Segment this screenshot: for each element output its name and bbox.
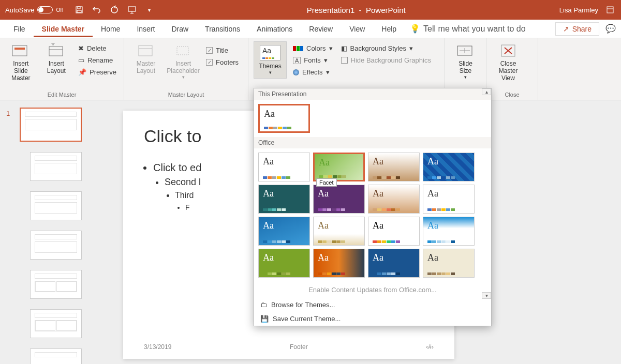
title-checkbox[interactable]: Title xyxy=(204,46,241,55)
user-name[interactable]: Lisa Parmley xyxy=(559,6,598,14)
folder-icon: 🗀 xyxy=(260,301,267,309)
toggle-off-icon[interactable] xyxy=(37,6,53,13)
master-thumb[interactable] xyxy=(20,108,82,142)
layout-thumb[interactable] xyxy=(30,152,82,181)
section-office: Office xyxy=(254,137,491,148)
tab-draw[interactable]: Draw xyxy=(163,21,197,37)
save-current-theme[interactable]: 💾Save Current Theme... xyxy=(254,312,491,326)
slide-size-button[interactable]: Slide Size ▾ xyxy=(450,41,481,82)
placeholder-icon xyxy=(174,43,193,58)
qat-customize-icon[interactable]: ▾ xyxy=(145,5,154,14)
autosave-label: AutoSave xyxy=(5,6,34,14)
date-placeholder[interactable]: 3/13/2019 xyxy=(144,343,171,351)
themes-gallery-dropdown: ▴ This Presentation Aa Office Facet AaAa… xyxy=(254,88,492,326)
present-icon[interactable] xyxy=(127,5,137,14)
insert-placeholder-button[interactable]: Insert Placeholder ▾ xyxy=(167,41,200,82)
theme-swatch[interactable]: Aa xyxy=(368,153,420,181)
tell-me-search[interactable]: 💡 Tell me what you want to do xyxy=(410,24,525,34)
undo-icon[interactable] xyxy=(92,5,101,14)
svg-rect-4 xyxy=(128,7,136,11)
share-icon: ↗ xyxy=(563,25,569,33)
tab-help[interactable]: Help xyxy=(373,21,405,37)
theme-swatch[interactable]: Aa xyxy=(423,185,475,214)
ribbon-tabs: File Slide Master Home Insert Draw Trans… xyxy=(0,20,621,38)
layout-thumb[interactable] xyxy=(30,348,82,364)
footers-checkbox[interactable]: Footers xyxy=(204,57,241,67)
master-layout-icon xyxy=(137,43,155,58)
comments-icon[interactable]: 💬 xyxy=(605,24,616,34)
slide-size-icon xyxy=(456,43,475,58)
background-styles-button[interactable]: ◧Background Styles ▾ xyxy=(339,43,433,53)
rename-icon: ▭ xyxy=(78,56,84,64)
theme-swatch[interactable]: Aa xyxy=(258,217,310,246)
layout-thumb[interactable] xyxy=(30,191,82,220)
delete-button[interactable]: ✖Delete xyxy=(76,43,119,53)
delete-icon: ✖ xyxy=(78,44,84,52)
tab-transitions[interactable]: Transitions xyxy=(197,21,248,37)
themes-icon: Aa xyxy=(260,45,280,60)
checkbox-icon xyxy=(341,57,348,64)
layout-thumb[interactable] xyxy=(30,270,82,299)
theme-swatch[interactable]: Aa xyxy=(423,249,475,278)
slide-thumbnails-pane[interactable]: 1 xyxy=(0,100,102,364)
scroll-up-icon[interactable]: ▴ xyxy=(482,88,491,95)
theme-swatch[interactable]: Aa xyxy=(313,185,365,214)
bg-styles-icon: ◧ xyxy=(341,44,347,52)
theme-swatch[interactable]: Aa xyxy=(313,217,365,246)
theme-swatch[interactable]: Aa xyxy=(313,153,365,181)
title-bar: AutoSave Off ▾ Presentation1 - PowerPoin… xyxy=(0,0,621,20)
autosave-toggle[interactable]: AutoSave Off xyxy=(0,6,68,14)
insert-layout-icon: + xyxy=(47,43,66,58)
scroll-down-icon[interactable]: ▾ xyxy=(482,292,491,299)
fonts-button[interactable]: AFonts ▾ xyxy=(291,55,335,65)
colors-button[interactable]: Colors ▾ xyxy=(291,43,335,53)
theme-swatch[interactable]: Aa xyxy=(313,249,365,278)
preserve-button[interactable]: 📌Preserve xyxy=(76,67,119,77)
svg-rect-13 xyxy=(177,47,188,55)
slide-number-placeholder[interactable]: ‹#› xyxy=(426,343,434,351)
footer-placeholder[interactable]: Footer xyxy=(290,343,308,351)
tab-review[interactable]: Review xyxy=(301,21,341,37)
master-layout-button[interactable]: Master Layout xyxy=(129,41,162,77)
theme-swatch[interactable]: Aa xyxy=(258,185,310,214)
ribbon-display-icon[interactable] xyxy=(607,6,614,13)
save-icon[interactable] xyxy=(75,5,84,14)
enable-content-updates[interactable]: Enable Content Updates from Office.com..… xyxy=(254,282,491,298)
theme-swatch[interactable]: Aa xyxy=(368,249,420,278)
slide-master-icon xyxy=(11,43,30,58)
theme-swatch[interactable]: Aa xyxy=(423,153,475,181)
tab-view[interactable]: View xyxy=(341,21,373,37)
themes-button[interactable]: Aa Themes ▾ xyxy=(254,41,287,79)
theme-current[interactable]: Aa xyxy=(258,104,310,133)
fonts-icon: A xyxy=(293,57,301,64)
theme-swatch[interactable]: Aa xyxy=(258,153,310,181)
tab-animations[interactable]: Animations xyxy=(248,21,301,37)
tab-slide-master[interactable]: Slide Master xyxy=(34,21,93,37)
tab-home[interactable]: Home xyxy=(93,21,128,37)
effects-button[interactable]: Effects ▾ xyxy=(291,67,335,77)
master-index: 1 xyxy=(6,110,10,117)
theme-swatch[interactable]: Aa xyxy=(258,249,310,278)
svg-rect-5 xyxy=(607,7,613,13)
browse-themes[interactable]: 🗀Browse for Themes... xyxy=(254,298,491,312)
close-master-view-button[interactable]: Close Master View xyxy=(492,41,525,84)
autosave-state: Off xyxy=(56,7,63,13)
tab-insert[interactable]: Insert xyxy=(128,21,163,37)
svg-rect-11 xyxy=(139,46,152,56)
effects-icon xyxy=(293,69,299,75)
layout-thumb[interactable] xyxy=(30,309,82,338)
theme-swatch[interactable]: Aa xyxy=(368,185,420,214)
theme-swatch[interactable]: Aa xyxy=(368,217,420,246)
window-title: Presentation1 - PowerPoint xyxy=(160,6,552,14)
insert-slide-master-button[interactable]: Insert Slide Master xyxy=(5,41,36,84)
hide-bg-checkbox[interactable]: Hide Background Graphics xyxy=(339,55,433,65)
theme-swatch[interactable]: Aa xyxy=(423,217,475,246)
redo-icon[interactable] xyxy=(110,5,119,14)
insert-layout-button[interactable]: + Insert Layout xyxy=(40,41,71,77)
checkbox-checked-icon xyxy=(206,59,213,66)
share-button[interactable]: ↗ Share xyxy=(555,22,599,36)
tab-file[interactable]: File xyxy=(5,21,34,37)
rename-button[interactable]: ▭Rename xyxy=(76,55,119,65)
layout-thumb[interactable] xyxy=(30,231,82,260)
checkbox-checked-icon xyxy=(206,47,213,54)
